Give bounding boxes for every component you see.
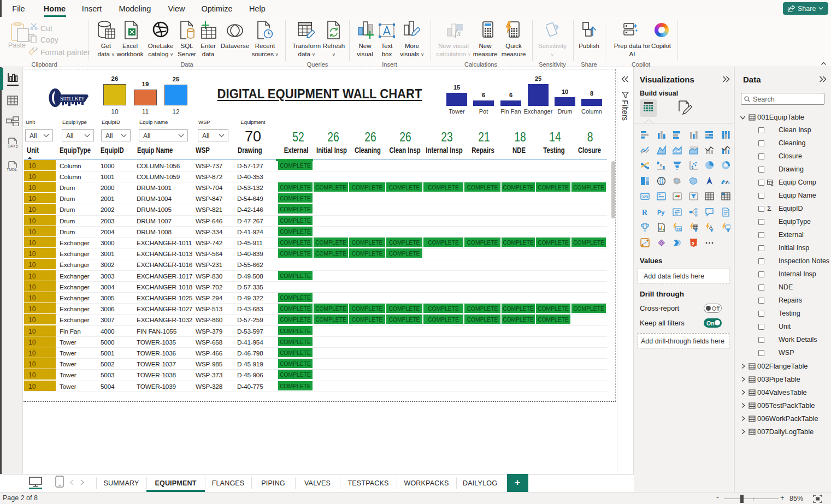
svg-text:fx: fx xyxy=(455,28,461,38)
svg-text:A: A xyxy=(709,224,712,230)
svg-text:Σ: Σ xyxy=(771,182,774,186)
svg-text:DAX: DAX xyxy=(8,144,16,148)
svg-text:TMDL: TMDL xyxy=(7,168,17,171)
svg-text:Py: Py xyxy=(657,209,665,216)
svg-text:123: 123 xyxy=(642,195,648,199)
svg-text:SHELLKEY: SHELLKEY xyxy=(60,96,85,102)
svg-text:R: R xyxy=(642,209,648,217)
svg-text:123: 123 xyxy=(677,228,682,231)
svg-text:5: 5 xyxy=(692,241,694,246)
